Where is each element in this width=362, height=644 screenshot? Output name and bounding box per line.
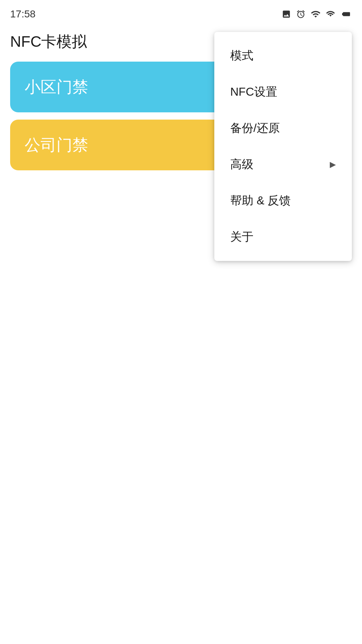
menu-item-backup-restore[interactable]: 备份/还原 <box>214 110 352 146</box>
menu-item-nfc-settings-label: NFC设置 <box>230 84 277 100</box>
chevron-right-icon: ▶ <box>330 160 336 169</box>
menu-item-help-feedback[interactable]: 帮助 & 反馈 <box>214 183 352 219</box>
menu-item-advanced[interactable]: 高级 ▶ <box>214 146 352 183</box>
menu-item-about-label: 关于 <box>230 229 253 245</box>
menu-item-help-feedback-label: 帮助 & 反馈 <box>230 193 291 209</box>
menu-item-mode[interactable]: 模式 <box>214 38 352 74</box>
menu-item-mode-label: 模式 <box>230 48 253 64</box>
menu-item-backup-restore-label: 备份/还原 <box>230 120 280 136</box>
menu-item-nfc-settings[interactable]: NFC设置 <box>214 74 352 110</box>
menu-item-advanced-label: 高级 <box>230 157 253 173</box>
menu-item-about[interactable]: 关于 <box>214 219 352 255</box>
dropdown-menu: 模式 NFC设置 备份/还原 高级 ▶ 帮助 & 反馈 关于 <box>214 32 352 261</box>
